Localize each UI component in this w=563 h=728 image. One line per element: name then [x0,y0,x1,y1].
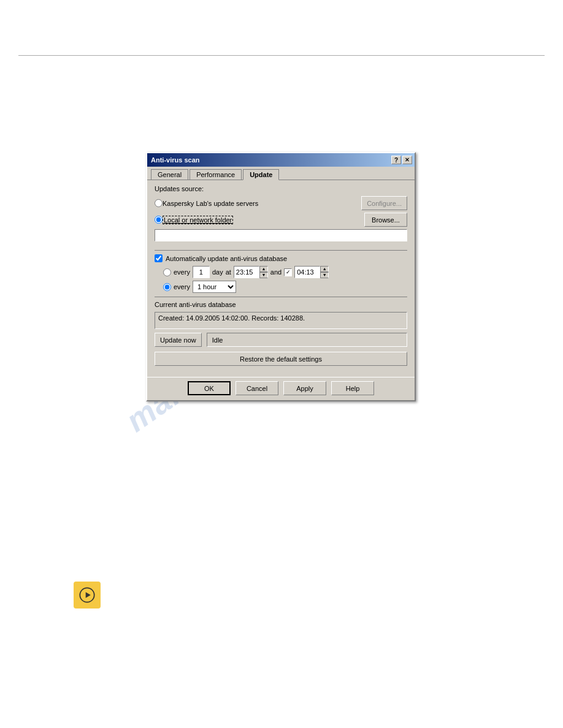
divider-2 [155,297,407,297]
updates-source-label: Updates source: [155,185,407,192]
browse-button[interactable]: Browse... [364,213,407,227]
time2-display[interactable]: 04:13 [294,266,320,278]
local-folder-label: Local or network folder [163,216,233,224]
kaspersky-radio[interactable] [155,199,163,207]
help-dialog-button[interactable]: Help [331,381,374,395]
db-info-box: Created: 14.09.2005 14:02:00. Records: 1… [155,312,407,329]
status-text: Idle [212,336,223,344]
kaspersky-label: Kaspersky Lab's update servers [163,200,258,207]
tab-bar: General Performance Update [147,167,415,180]
update-now-button[interactable]: Update now [155,333,202,347]
apply-button[interactable]: Apply [283,381,326,395]
dialog-content: Updates source: Kaspersky Lab's update s… [147,180,415,377]
and-label: and [270,268,282,276]
interval-radio[interactable] [163,283,171,291]
current-db-label: Current anti-virus database [155,301,407,308]
day-value-input[interactable] [193,266,210,278]
at-label: at [226,268,231,276]
time2-up-arrow[interactable]: ▲ [320,266,329,272]
auto-update-label: Automatically update anti-virus database [166,255,287,262]
time2-down-arrow[interactable]: ▼ [320,272,329,278]
auto-update-row: Automatically update anti-virus database [155,254,407,262]
dialog-title: Anti-virus scan [151,156,199,164]
kaspersky-radio-row: Kaspersky Lab's update servers Configure… [155,196,407,210]
close-button[interactable]: ✕ [402,156,412,164]
antivirus-dialog: Anti-virus scan ? ✕ General Performance … [146,152,416,401]
interval-dropdown[interactable]: 1 hour 2 hours 3 hours 6 hours 12 hours [193,281,236,293]
ok-button[interactable]: OK [188,381,231,395]
folder-path-row [155,229,407,246]
title-bar-controls: ? ✕ [391,156,412,164]
tab-general[interactable]: General [151,169,188,180]
restore-defaults-button[interactable]: Restore the default settings [155,352,407,366]
schedule-section: every day at 23:15 ▲ ▼ and ✓ [155,266,407,293]
title-bar: Anti-virus scan ? ✕ [147,153,415,167]
db-info-text: Created: 14.09.2005 14:02:00. Records: 1… [158,314,305,322]
configure-button[interactable]: Configure... [361,196,407,210]
time1-up-arrow[interactable]: ▲ [259,266,268,272]
restore-defaults-row: Restore the default settings [155,352,407,366]
time1-spin-box: ▲ ▼ [259,266,268,278]
tab-update[interactable]: Update [243,169,279,180]
every-label-2: every [174,283,190,290]
kaspersky-radio-side: Kaspersky Lab's update servers [155,199,258,207]
svg-marker-1 [86,592,91,597]
folder-path-input[interactable] [155,229,407,241]
daily-radio[interactable] [163,268,171,276]
bottom-buttons: OK Cancel Apply Help [147,377,415,400]
time1-display[interactable]: 23:15 [234,266,259,278]
divider-1 [155,250,407,251]
time1-down-arrow[interactable]: ▼ [259,272,268,278]
cancel-button[interactable]: Cancel [236,381,278,395]
status-display: Idle [207,333,407,347]
update-now-row: Update now Idle [155,333,407,347]
auto-update-checkbox[interactable] [155,254,163,262]
time2-enable-checkbox[interactable]: ✓ [284,268,292,276]
day-label: day [212,268,223,276]
time2-spinner: 04:13 ▲ ▼ [294,266,329,278]
play-icon-button[interactable] [74,582,101,609]
local-folder-radio[interactable] [155,216,163,224]
local-folder-radio-row: Local or network folder Browse... [155,213,407,227]
db-section: Current anti-virus database Created: 14.… [155,301,407,329]
top-divider [18,55,545,56]
local-radio-side: Local or network folder [155,216,233,224]
tab-performance[interactable]: Performance [190,169,242,180]
time1-spinner: 23:15 ▲ ▼ [234,266,268,278]
daily-schedule-row: every day at 23:15 ▲ ▼ and ✓ [163,266,407,278]
interval-schedule-row: every 1 hour 2 hours 3 hours 6 hours 12 … [163,281,407,293]
every-label-1: every [174,268,190,276]
help-button[interactable]: ? [391,156,401,164]
time2-spin-box: ▲ ▼ [320,266,329,278]
